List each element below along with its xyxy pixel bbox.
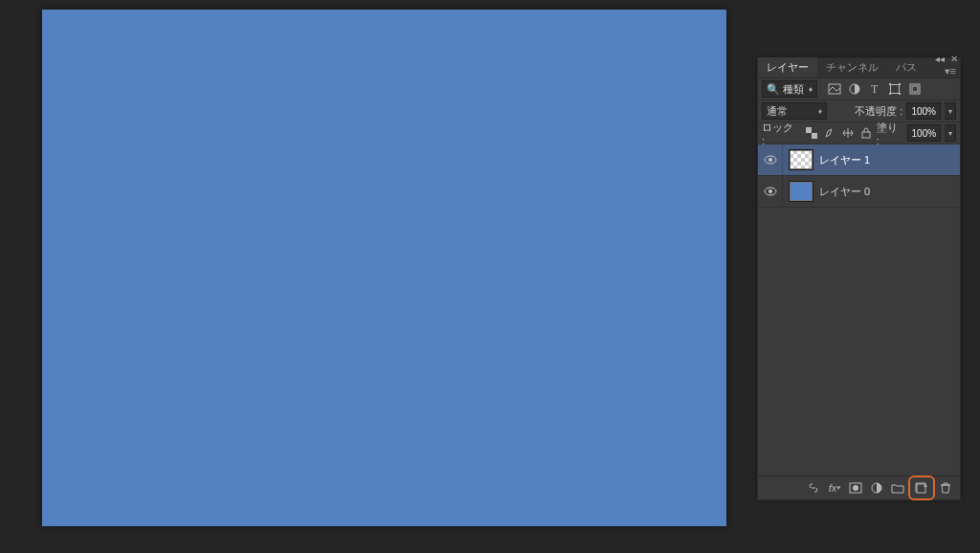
delete-layer-trash-icon[interactable] <box>935 478 956 498</box>
opacity-slider-button[interactable]: ▾ <box>945 102 956 120</box>
layers-list: レイヤー 1 レイヤー 0 <box>758 144 960 476</box>
filter-smartobject-icon[interactable] <box>907 82 922 97</box>
lock-pixels-icon[interactable] <box>823 126 836 140</box>
layer-thumbnail[interactable] <box>789 181 813 202</box>
chevron-down-icon: ♦ <box>809 85 813 94</box>
lock-label: ロック : <box>762 121 799 146</box>
panel-menu-icon[interactable]: ▾≡ <box>941 65 960 77</box>
document-canvas[interactable] <box>42 10 726 526</box>
filter-type-select[interactable]: 🔍 種類 ♦ <box>762 80 817 98</box>
fill-value[interactable]: 100% <box>907 124 941 142</box>
svg-rect-2 <box>890 85 899 94</box>
filter-pixel-icon[interactable] <box>827 82 841 97</box>
panel-tabs: レイヤー チャンネル パス ▾≡ <box>758 58 960 78</box>
opacity-value[interactable]: 100% <box>906 102 941 120</box>
svg-rect-10 <box>812 133 817 139</box>
new-layer-icon[interactable] <box>911 478 932 498</box>
layers-empty-area[interactable] <box>758 208 960 476</box>
lock-all-icon[interactable] <box>859 126 873 140</box>
filter-adjustment-icon[interactable] <box>847 82 861 97</box>
svg-point-17 <box>853 485 858 491</box>
panel-close-icon[interactable]: ✕ <box>950 54 958 64</box>
tab-channels[interactable]: チャンネル <box>817 57 887 77</box>
svg-rect-4 <box>899 83 901 85</box>
opacity-label: 不透明度 : <box>855 104 902 119</box>
layer-thumbnail[interactable] <box>789 149 813 170</box>
svg-point-15 <box>768 189 772 193</box>
svg-rect-8 <box>912 86 918 92</box>
chevron-down-icon: ♦ <box>818 107 822 116</box>
layer-row[interactable]: レイヤー 1 <box>758 144 960 176</box>
svg-rect-19 <box>917 484 925 493</box>
layer-style-fx-icon[interactable]: fx▾ <box>824 478 845 498</box>
filter-type-text-icon[interactable]: T <box>867 82 881 97</box>
lock-row: ロック : 塗り : 100% ▾ <box>758 122 960 144</box>
blend-mode-value: 通常 <box>767 104 788 119</box>
fill-label: 塗り : <box>877 121 903 146</box>
layer-mask-icon[interactable] <box>845 478 866 498</box>
search-icon: 🔍 <box>767 83 780 96</box>
filter-type-label: 種類 <box>783 82 804 97</box>
new-group-folder-icon[interactable] <box>887 478 908 498</box>
svg-rect-5 <box>889 93 891 95</box>
tab-layers[interactable]: レイヤー <box>758 57 817 77</box>
lock-position-icon[interactable] <box>841 126 855 140</box>
layer-name[interactable]: レイヤー 0 <box>819 185 870 199</box>
svg-rect-6 <box>899 93 901 95</box>
svg-point-13 <box>768 158 772 162</box>
visibility-eye-icon[interactable] <box>758 176 783 207</box>
canvas-stage <box>0 0 756 553</box>
filter-row: 🔍 種類 ♦ T <box>758 78 960 100</box>
adjustment-layer-icon[interactable] <box>866 478 887 498</box>
blend-mode-select[interactable]: 通常 ♦ <box>762 102 827 120</box>
svg-rect-9 <box>806 127 812 133</box>
layer-name[interactable]: レイヤー 1 <box>819 153 870 167</box>
tab-paths[interactable]: パス <box>887 57 925 77</box>
new-layer-highlight <box>908 476 935 500</box>
lock-transparency-icon[interactable] <box>805 126 818 140</box>
svg-rect-11 <box>862 132 870 138</box>
filter-shape-icon[interactable] <box>887 82 902 97</box>
link-layers-icon[interactable] <box>803 478 824 498</box>
layer-row[interactable]: レイヤー 0 <box>758 176 960 208</box>
layers-panel: ◂◂ ✕ レイヤー チャンネル パス ▾≡ 🔍 種類 ♦ T <box>757 57 961 500</box>
svg-rect-3 <box>889 83 891 85</box>
visibility-eye-icon[interactable] <box>758 144 783 175</box>
panel-footer: fx▾ <box>758 476 960 499</box>
panel-collapse-icon[interactable]: ◂◂ <box>935 54 945 64</box>
fill-slider-button[interactable]: ▾ <box>945 124 956 142</box>
